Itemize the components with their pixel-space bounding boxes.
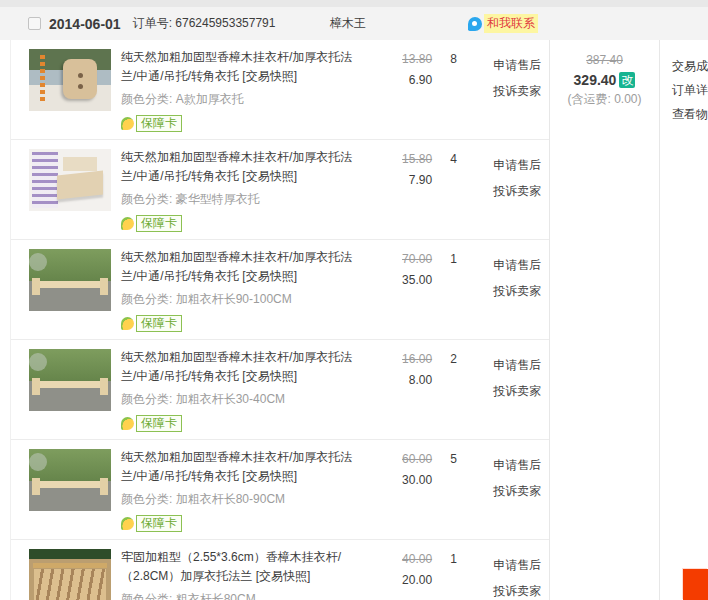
- sku-value: 加粗衣杆长80-90CM: [176, 492, 285, 506]
- sku-label: 颜色分类:: [121, 592, 172, 600]
- warranty-card-label: 保障卡: [136, 515, 182, 532]
- product-image[interactable]: [29, 349, 111, 411]
- warranty-card-badge[interactable]: 保障卡: [121, 115, 366, 132]
- order-item-row: 纯天然加粗加固型香樟木挂衣杆/加厚衣托法兰/中通/吊托/转角衣托 [交易快照] …: [11, 140, 549, 240]
- products-column: 纯天然加粗加固型香樟木挂衣杆/加厚衣托法兰/中通/吊托/转角衣托 [交易快照] …: [11, 40, 549, 600]
- complain-seller-link[interactable]: 投诉卖家: [493, 578, 549, 600]
- product-image-art: [32, 478, 40, 495]
- sku-line: 颜色分类: A款加厚衣托: [121, 91, 366, 108]
- original-price: 70.00: [366, 252, 433, 266]
- shipping-note: (含运费: 0.00): [550, 91, 659, 108]
- product-image[interactable]: [29, 149, 111, 211]
- sku-line: 颜色分类: 加粗衣杆长30-40CM: [121, 391, 366, 408]
- quantity: 5: [432, 440, 475, 466]
- warranty-card-label: 保障卡: [136, 215, 182, 232]
- sku-label: 颜色分类:: [121, 192, 172, 206]
- price-cell: 40.00 20.00: [366, 540, 433, 587]
- item-actions: 申请售后 投诉卖家: [475, 240, 549, 304]
- quantity: 1: [432, 240, 475, 266]
- complain-seller-link[interactable]: 投诉卖家: [493, 78, 549, 104]
- apply-aftersale-link[interactable]: 申请售后: [493, 252, 549, 278]
- sku-value: 加粗衣杆长30-40CM: [176, 392, 285, 406]
- order-detail-link[interactable]: 订单详: [672, 78, 708, 102]
- order-item-row: 纯天然加粗加固型香樟木挂衣杆/加厚衣托法兰/中通/吊托/转角衣托 [交易快照] …: [11, 40, 549, 140]
- sku-value: A款加厚衣托: [176, 92, 244, 106]
- sku-label: 颜色分类:: [121, 92, 172, 106]
- warranty-card-badge[interactable]: 保障卡: [121, 315, 366, 332]
- warranty-card-badge[interactable]: 保障卡: [121, 415, 366, 432]
- product-title-link[interactable]: 纯天然加粗加固型香樟木挂衣杆/加厚衣托法兰/中通/吊托/转角衣托 [交易快照]: [121, 448, 366, 486]
- item-actions: 申请售后 投诉卖家: [475, 340, 549, 404]
- apply-aftersale-link[interactable]: 申请售后: [493, 552, 549, 578]
- seller-name-link[interactable]: 樟木王: [330, 15, 366, 32]
- product-image-art: [33, 563, 107, 568]
- sku-value: 加粗衣杆长90-100CM: [176, 292, 292, 306]
- floating-sidebar-button[interactable]: [683, 569, 708, 600]
- current-price: 6.90: [366, 73, 433, 87]
- product-title-link[interactable]: 纯天然加粗加固型香樟木挂衣杆/加厚衣托法兰/中通/吊托/转角衣托 [交易快照]: [121, 248, 366, 286]
- order-item-row: 牢固加粗型（2.55*3.6cm）香樟木挂衣杆/（2.8CM）加厚衣托法兰 [交…: [11, 540, 549, 600]
- product-title-link[interactable]: 纯天然加粗加固型香樟木挂衣杆/加厚衣托法兰/中通/吊托/转角衣托 [交易快照]: [121, 348, 366, 386]
- warranty-card-badge[interactable]: 保障卡: [121, 515, 366, 532]
- quantity: 2: [432, 340, 475, 366]
- product-image-art: [40, 55, 45, 103]
- complain-seller-link[interactable]: 投诉卖家: [493, 178, 549, 204]
- product-image-art: [32, 481, 108, 488]
- contact-me-link[interactable]: 和我联系: [484, 14, 538, 33]
- complain-seller-link[interactable]: 投诉卖家: [493, 278, 549, 304]
- sku-line: 颜色分类: 豪华型特厚衣托: [121, 191, 366, 208]
- current-price: 35.00: [366, 273, 433, 287]
- sprout-icon: [121, 317, 134, 330]
- warranty-card-label: 保障卡: [136, 415, 182, 432]
- apply-aftersale-link[interactable]: 申请售后: [493, 352, 549, 378]
- product-image-art: [29, 353, 47, 372]
- apply-aftersale-link[interactable]: 申请售后: [493, 152, 549, 178]
- product-info: 纯天然加粗加固型香樟木挂衣杆/加厚衣托法兰/中通/吊托/转角衣托 [交易快照] …: [121, 40, 366, 132]
- product-image[interactable]: [29, 549, 111, 600]
- order-item-row: 纯天然加粗加固型香樟木挂衣杆/加厚衣托法兰/中通/吊托/转角衣托 [交易快照] …: [11, 440, 549, 540]
- product-image[interactable]: [29, 449, 111, 511]
- product-info: 纯天然加粗加固型香樟木挂衣杆/加厚衣托法兰/中通/吊托/转角衣托 [交易快照] …: [121, 440, 366, 532]
- product-image-art: [32, 278, 40, 295]
- order-number: 订单号: 676245953357791: [133, 15, 276, 32]
- order-checkbox[interactable]: [28, 17, 41, 30]
- sku-label: 颜色分类:: [121, 392, 172, 406]
- product-info: 牢固加粗型（2.55*3.6cm）香樟木挂衣杆/（2.8CM）加厚衣托法兰 [交…: [121, 540, 366, 600]
- product-image[interactable]: [29, 249, 111, 311]
- original-price: 60.00: [366, 452, 433, 466]
- product-image-art: [32, 381, 108, 388]
- product-image-art: [63, 59, 97, 99]
- current-price: 8.00: [366, 373, 433, 387]
- trade-status-text: 交易成: [672, 54, 708, 78]
- original-price: 15.80: [366, 152, 433, 166]
- order-item-row: 纯天然加粗加固型香樟木挂衣杆/加厚衣托法兰/中通/吊托/转角衣托 [交易快照] …: [11, 340, 549, 440]
- product-image-art: [78, 73, 83, 78]
- product-title-link[interactable]: 纯天然加粗加固型香樟木挂衣杆/加厚衣托法兰/中通/吊托/转角衣托 [交易快照]: [121, 148, 366, 186]
- product-image-art: [57, 171, 103, 200]
- product-image[interactable]: [29, 49, 111, 111]
- order-total-column: 387.40 329.40改 (含运费: 0.00): [549, 40, 659, 600]
- price-cell: 15.80 7.90: [366, 140, 433, 187]
- product-info: 纯天然加粗加固型香樟木挂衣杆/加厚衣托法兰/中通/吊托/转角衣托 [交易快照] …: [121, 340, 366, 432]
- product-title-link[interactable]: 纯天然加粗加固型香樟木挂衣杆/加厚衣托法兰/中通/吊托/转角衣托 [交易快照]: [121, 48, 366, 86]
- quantity: 1: [432, 540, 475, 566]
- view-logistics-link[interactable]: 查看物: [672, 102, 708, 126]
- sprout-icon: [121, 117, 134, 130]
- complain-seller-link[interactable]: 投诉卖家: [493, 478, 549, 504]
- complain-seller-link[interactable]: 投诉卖家: [493, 378, 549, 404]
- sprout-icon: [121, 517, 134, 530]
- order-links-column: 交易成 订单详 查看物: [659, 40, 708, 600]
- product-image-art: [29, 453, 47, 472]
- sku-value: 豪华型特厚衣托: [176, 192, 260, 206]
- current-price: 7.90: [366, 173, 433, 187]
- product-image-art: [29, 253, 47, 272]
- warranty-card-badge[interactable]: 保障卡: [121, 215, 366, 232]
- product-title-link[interactable]: 牢固加粗型（2.55*3.6cm）香樟木挂衣杆/（2.8CM）加厚衣托法兰 [交…: [121, 548, 366, 586]
- current-price: 30.00: [366, 473, 433, 487]
- wangwang-chat-icon[interactable]: [468, 17, 482, 31]
- sprout-icon: [121, 417, 134, 430]
- apply-aftersale-link[interactable]: 申请售后: [493, 52, 549, 78]
- apply-aftersale-link[interactable]: 申请售后: [493, 452, 549, 478]
- sku-value: 粗衣杆长80CM: [176, 592, 256, 600]
- price-cell: 13.80 6.90: [366, 40, 433, 87]
